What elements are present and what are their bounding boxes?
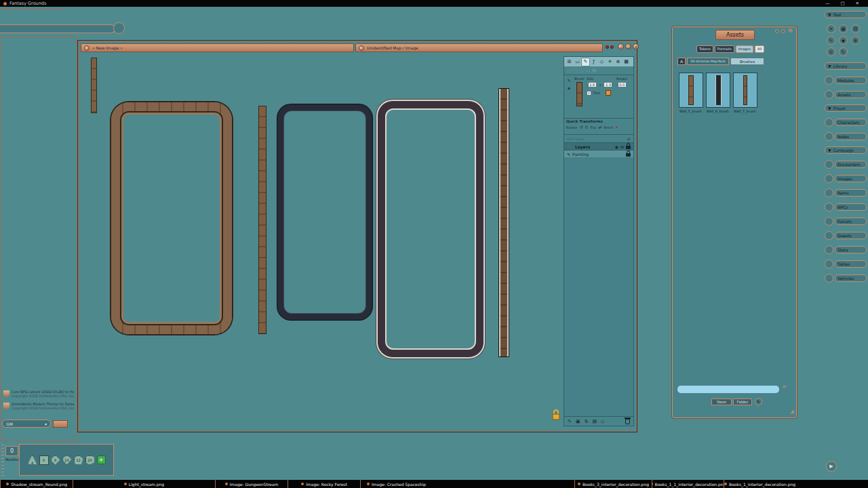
size-width-value[interactable]: 1.6	[588, 82, 597, 87]
brush-tool-icon[interactable]: ✎	[582, 58, 589, 66]
modifier-box[interactable]: 0	[5, 446, 18, 456]
sidebar-header-tool[interactable]: ▼ Tool	[825, 11, 867, 18]
spin-right-icon[interactable]: ›	[627, 83, 628, 87]
light-tool-icon[interactable]: ☀	[606, 58, 614, 66]
sidebar-item-tables[interactable]: Tables	[825, 260, 867, 268]
toolbar-knob[interactable]	[113, 22, 125, 34]
d20-die[interactable]: 20	[85, 455, 95, 465]
os-titlebar[interactable]: Fantasy Grounds — ▢ ✕	[0, 0, 868, 7]
sidebar-item-encounters[interactable]: Encounters	[825, 160, 867, 169]
duplicate-layer-icon[interactable]: ◇	[601, 419, 604, 424]
taskbar-tab[interactable]: Shadow_stream_Round.png	[0, 480, 73, 488]
asset-thumbnail[interactable]	[706, 73, 730, 108]
rotate-stepper[interactable]: ‹ 0.0 ›	[616, 82, 628, 87]
tool-add-icon[interactable]: ⊕	[851, 36, 860, 45]
taskbar-tab[interactable]: Books_1_interior_decoration.png	[724, 480, 795, 488]
tab-all[interactable]: All	[755, 45, 764, 53]
d8-die[interactable]: 8	[51, 455, 60, 465]
asset-thumbnail[interactable]	[679, 73, 703, 108]
rotate-right-icon[interactable]: ↻	[585, 125, 588, 129]
close-button[interactable]: ✕	[856, 1, 859, 6]
asset-thumbnail[interactable]	[733, 73, 757, 108]
sidebar-item-assets[interactable]: Assets	[825, 90, 867, 99]
reset-icon[interactable]: ✕	[615, 125, 618, 129]
tab-images[interactable]: Images	[736, 45, 753, 53]
window-close-button[interactable]: ✕	[633, 43, 639, 49]
taskbar-tab[interactable]: Image: Rocky Forest	[288, 480, 360, 488]
store-button[interactable]: Store	[711, 399, 732, 405]
size-width-stepper[interactable]: ‹ 1.6 ›	[587, 82, 598, 87]
sidebar-item-modules[interactable]: Modules	[825, 76, 867, 85]
sidebar-item-vehicles[interactable]: Vehicles	[825, 274, 867, 283]
sidebar-item-characters[interactable]: Characters	[825, 118, 867, 127]
image-window-titlebar-right[interactable]: Unidentified Map / Image	[355, 43, 603, 52]
tool-token-icon[interactable]: ◆	[839, 36, 848, 45]
merge-layer-icon[interactable]: ▤	[592, 419, 597, 424]
map-canvas[interactable]	[80, 54, 635, 430]
size-height-stepper[interactable]: ‹ 1.3 ›	[603, 82, 614, 87]
grid-icon[interactable]: ⊞	[620, 144, 624, 149]
spin-right-icon[interactable]: ›	[612, 83, 614, 87]
tab-portraits[interactable]: Portraits	[715, 45, 734, 53]
tiles-checkbox[interactable]: ✓	[587, 91, 591, 96]
sidebar-item-images[interactable]: Images	[825, 174, 867, 183]
collapsed-toolbar-strip[interactable]	[0, 24, 115, 33]
brush-swap-icon[interactable]: ◈	[568, 85, 571, 90]
alpha-filter-button[interactable]: A	[677, 58, 686, 65]
minimize-button[interactable]: —	[825, 1, 830, 6]
maximize-button[interactable]: ▢	[840, 1, 844, 6]
size-height-value[interactable]: 1.3	[604, 82, 612, 87]
scroll-corner-icon[interactable]: ▤	[788, 28, 793, 33]
color-swatch[interactable]	[606, 90, 611, 96]
d12-die[interactable]: 12	[74, 455, 83, 465]
tool-grid-icon[interactable]: ▦	[839, 24, 848, 33]
resize-handle-icon[interactable]: ◢	[790, 409, 793, 414]
taskbar-tab[interactable]: Books_3_interior_decoration.png	[574, 480, 652, 488]
tool-clear-icon[interactable]: ✕	[827, 24, 835, 33]
link-tool-icon[interactable]: ⊕	[614, 58, 622, 66]
d10-die[interactable]: 10	[62, 455, 72, 465]
module-name-button[interactable]: FG Victorian Map Pack	[687, 58, 729, 65]
draw-layer-icon[interactable]: ✎	[568, 419, 572, 424]
grid-tool-icon[interactable]: ▦	[623, 58, 630, 66]
add-layer-icon[interactable]: ▣	[576, 419, 580, 424]
taskbar-tab[interactable]: Image: DungeonStream	[215, 480, 288, 488]
sidebar-expand-button[interactable]: ▶	[826, 461, 837, 472]
pencil-icon[interactable]: ✎	[567, 78, 570, 83]
pan-tool-icon[interactable]: ⊞	[566, 58, 573, 66]
window-shrink-button[interactable]: –	[618, 43, 624, 49]
brushes-button[interactable]: Brushes	[730, 58, 764, 65]
sidebar-header-library[interactable]: ▼ Library	[825, 62, 867, 70]
tool-list-icon[interactable]: ≡	[827, 47, 835, 56]
image-window[interactable]: « New Image » Unidentified Map / Image –…	[78, 41, 637, 432]
layer-row-painting[interactable]: ✎ Painting	[564, 150, 633, 157]
window-maximize-button[interactable]: □	[625, 43, 631, 49]
sidebar-header-player[interactable]: ▼ Player	[825, 104, 867, 112]
sidebar-item-notes[interactable]: Notes	[825, 132, 867, 141]
refresh-icon[interactable]: ↻	[755, 398, 762, 405]
taskbar-tab[interactable]: Light_stream.png	[73, 480, 215, 488]
d6-die[interactable]: 6	[39, 455, 49, 465]
add-die-button[interactable]: +	[97, 455, 106, 464]
taskbar-tab[interactable]: Books_1_1_interior_decoration.png	[652, 480, 724, 488]
sidebar-item-parcels[interactable]: Parcels	[825, 217, 867, 226]
sidebar-item-story[interactable]: Story	[825, 245, 867, 254]
taskbar-tab[interactable]: Image: Crashed Spaceship	[360, 480, 432, 488]
image-window-titlebar-left[interactable]: « New Image »	[81, 43, 354, 52]
delete-layer-icon[interactable]	[625, 419, 630, 424]
rotate-left-icon[interactable]: ↺	[579, 125, 583, 129]
layers-list-empty[interactable]	[564, 157, 633, 416]
sidebar-item-npcs[interactable]: NPCs	[825, 203, 867, 211]
window-lock-icon[interactable]	[551, 409, 561, 423]
curve-tool-icon[interactable]: ƒ	[590, 58, 597, 66]
identity-dropdown[interactable]: GM ▾	[2, 420, 51, 428]
brush-preview[interactable]	[576, 82, 583, 106]
shape-tool-icon[interactable]: ◇	[598, 58, 606, 66]
eye-icon[interactable]: ◉	[615, 144, 618, 149]
sidebar-item-items[interactable]: Items	[825, 188, 867, 197]
lock-icon[interactable]	[626, 146, 631, 149]
d4-die[interactable]: 4	[28, 455, 37, 465]
rotate-value[interactable]: 0.0	[618, 82, 627, 87]
tool-dice-icon[interactable]: ⚄	[851, 24, 860, 33]
filter-lines-icon[interactable]: ≡	[782, 384, 787, 390]
